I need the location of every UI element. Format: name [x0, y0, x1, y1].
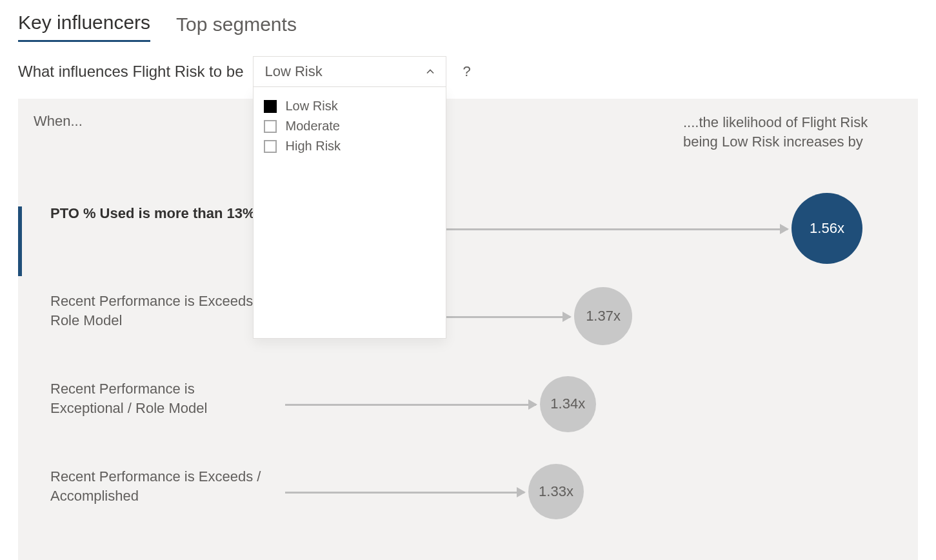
influencer-arrow [285, 492, 524, 494]
dropdown-option-label: Moderate [286, 119, 341, 134]
influencer-row[interactable]: Recent Performance is Exceeds / Accompli… [34, 466, 902, 550]
influencer-row[interactable]: Recent Performance is Exceeds / Role Mod… [34, 290, 902, 374]
influencers-panel: When... ....the likelihood of Flight Ris… [18, 99, 918, 560]
dropdown-option-label: Low Risk [286, 99, 338, 114]
checkbox-checked-icon [264, 100, 277, 113]
influencer-list: PTO % Used is more than 13%1.56xRecent P… [34, 203, 902, 550]
tab-bar: Key influencers Top segments [18, 12, 918, 42]
question-prefix: What influences Flight Risk to be [18, 63, 244, 81]
tab-top-segments[interactable]: Top segments [176, 14, 297, 42]
checkbox-icon [264, 140, 277, 153]
dropdown-option-label: High Risk [286, 139, 341, 154]
question-line: What influences Flight Risk to be Low Ri… [18, 56, 918, 87]
value-dropdown[interactable]: Low Risk [253, 56, 446, 87]
influencer-arrow [285, 404, 536, 406]
dropdown-option[interactable]: Moderate [264, 116, 435, 136]
help-icon[interactable]: ? [463, 63, 471, 80]
influencer-label: PTO % Used is more than 13% [50, 204, 263, 223]
chevron-up-icon [424, 65, 437, 78]
influencer-value-label: 1.33x [539, 483, 573, 500]
header-when: When... [34, 113, 83, 130]
dropdown-option[interactable]: High Risk [264, 136, 435, 156]
checkbox-icon [264, 120, 277, 133]
influencer-value-bubble: 1.37x [574, 287, 632, 345]
influencer-value-bubble: 1.56x [792, 193, 862, 264]
influencer-value-label: 1.37x [586, 308, 621, 325]
influencer-label: Recent Performance is Exceeds / Accompli… [50, 467, 263, 505]
influencer-row[interactable]: PTO % Used is more than 13%1.56x [34, 203, 902, 286]
value-dropdown-panel: Low RiskModerateHigh Risk [253, 87, 446, 339]
influencer-value-bubble: 1.33x [528, 464, 584, 519]
header-likelihood: ....the likelihood of Flight Risk being … [683, 113, 877, 151]
influencer-label: Recent Performance is Exceptional / Role… [50, 379, 263, 417]
tab-key-influencers[interactable]: Key influencers [18, 12, 150, 42]
influencer-value-bubble: 1.34x [540, 376, 596, 432]
influencer-value-label: 1.34x [550, 395, 585, 412]
influencer-value-label: 1.56x [810, 220, 844, 237]
dropdown-selected-label: Low Risk [265, 63, 323, 80]
dropdown-option[interactable]: Low Risk [264, 96, 435, 116]
selection-bar [18, 206, 22, 276]
influencer-label: Recent Performance is Exceeds / Role Mod… [50, 292, 263, 330]
influencer-row[interactable]: Recent Performance is Exceptional / Role… [34, 378, 902, 462]
